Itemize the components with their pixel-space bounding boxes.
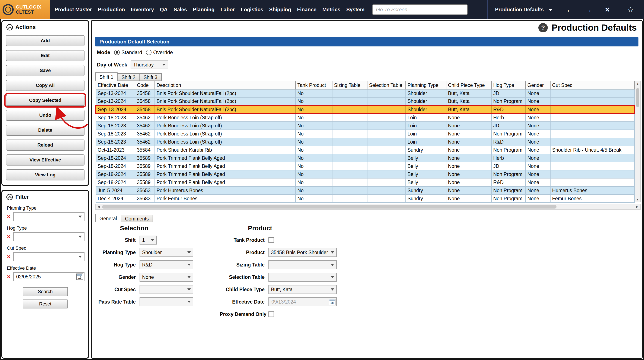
collapse-chevron-icon[interactable] [6,194,13,200]
nav-item-shipping[interactable]: Shipping [266,0,294,19]
scroll-up-icon[interactable]: ▲ [635,82,640,86]
horizontal-scrollbar[interactable]: ◀ ▶ [95,204,640,210]
go-to-screen-input[interactable] [372,4,468,15]
table-row[interactable]: Dec-4-202435683Pork Femur BonesNoSundryN… [96,194,634,202]
tab-shift-1[interactable]: Shift 1 [95,72,118,81]
calendar-icon[interactable]: 15 [328,299,336,305]
hog-type-select[interactable]: R&D [140,260,193,269]
highlighted-table-row[interactable]: Sep-13-202435458Bnls Pork Shoulder Natur… [96,105,634,114]
table-row[interactable]: Oct-11-202335584Pork Shoulder Karubi Rib… [96,146,634,154]
column-header-gender[interactable]: Gender [526,81,550,89]
search-button[interactable]: Search [22,287,68,296]
favorite-star-icon[interactable]: ☆ [617,0,644,19]
column-header-child-piece-type[interactable]: Child Piece Type [446,81,492,89]
table-row[interactable]: Sep-18-202335462Pork Boneless Loin (Stra… [96,114,634,122]
nav-item-planning[interactable]: Planning [190,0,218,19]
edit-button[interactable]: Edit [6,50,84,61]
scroll-left-icon[interactable]: ◀ [96,204,101,209]
scroll-down-icon[interactable]: ▼ [635,198,640,201]
column-header-hog-type[interactable]: Hog Type [492,81,526,89]
table-row[interactable]: Sep-18-202335462Pork Boneless Loin (Stra… [96,122,634,130]
view-effective-button[interactable]: View Effective [6,155,84,166]
vertical-scrollbar[interactable]: ▲ ▼ [634,81,640,202]
gender-label: Gender [95,274,140,280]
help-icon[interactable]: ? [538,23,548,32]
copy-all-button[interactable]: Copy All [6,80,84,91]
nav-item-product-master[interactable]: Product Master [52,0,95,19]
pass-rate-table-select[interactable] [140,297,193,306]
table-row[interactable]: Sep-13-202435458Bnls Pork Shoulder Natur… [96,97,634,105]
nav-item-qa[interactable]: QA [157,0,170,19]
column-header-effective-date[interactable]: Effective Date [96,81,135,89]
nav-item-labor[interactable]: Labor [218,0,238,19]
reload-button[interactable]: Reload [6,140,84,151]
nav-item-production[interactable]: Production [95,0,128,19]
tab-comments[interactable]: Comments [121,215,153,222]
table-row[interactable]: Sep-18-202435589Pork Trimmed Flank Belly… [96,162,634,170]
mode-option-override[interactable]: Override [146,49,173,55]
mode-option-standard[interactable]: Standard [114,49,142,55]
nav-item-inventory[interactable]: Inventory [128,0,157,19]
sizing-table-select[interactable] [268,260,337,269]
table-row[interactable]: Sep-18-202335462Pork Boneless Loin (Stra… [96,130,634,138]
tab-shift-3[interactable]: Shift 3 [139,73,162,81]
cut-spec-select[interactable] [140,285,193,294]
clear-filter-icon[interactable]: × [6,214,12,220]
column-header-code[interactable]: Code [135,81,155,89]
add-button[interactable]: Add [6,35,84,46]
clear-filter-icon[interactable]: × [6,234,12,240]
tab-shift-2[interactable]: Shift 2 [117,73,140,81]
nav-item-logistics[interactable]: Logistics [238,0,266,19]
nav-item-metrics[interactable]: Metrics [320,0,343,19]
table-row[interactable]: Sep-18-202435589Pork Trimmed Flank Belly… [96,170,634,178]
column-header-cut-spec[interactable]: Cut Spec [550,81,634,89]
column-header-sizing-table[interactable]: Sizing Table [332,81,367,89]
day-of-week-select[interactable]: Thursday [130,60,168,69]
child-piece-type-select[interactable]: Butt, Kata [268,285,337,294]
tab-general[interactable]: General [95,214,121,223]
horizontal-scroll-thumb[interactable] [102,205,556,208]
cut-spec-filter-select[interactable] [13,252,84,261]
cell [367,89,406,97]
product-select[interactable]: 35458 Bnls Pork Shoulder N [268,248,337,257]
table-row[interactable]: Sep-13-202435458Bnls Pork Shoulder Natur… [96,89,634,97]
effective-date-filter-input[interactable]: 02/05/202515 [13,272,84,281]
forward-button[interactable]: → [579,0,598,19]
screen-selector-dropdown[interactable]: Production Defaults [488,0,560,19]
calendar-icon[interactable]: 15 [76,274,83,280]
vertical-scroll-thumb[interactable] [636,88,639,107]
column-header-description[interactable]: Description [155,81,296,89]
effective-date-input[interactable]: 09/13/202415 [268,297,337,306]
nav-item-sales[interactable]: Sales [170,0,190,19]
reset-button[interactable]: Reset [22,300,68,309]
planning-type-select[interactable]: Shoulder [140,248,193,257]
table-row[interactable]: Jun-5-202435653Pork Humerus BonesNoSundr… [96,186,634,194]
brand-block[interactable]: CUTLOGIX CLTEST [0,0,50,19]
gender-select[interactable]: None [140,273,193,282]
view-log-button[interactable]: View Log [6,169,84,180]
selection-table-select[interactable] [268,273,337,282]
planning-type-filter-select[interactable] [13,212,84,221]
delete-button[interactable]: Delete [6,125,84,136]
copy-selected-button[interactable]: Copy Selected [6,95,84,106]
clear-filter-icon[interactable]: × [6,274,12,280]
clear-filter-icon[interactable]: × [6,254,12,260]
save-button[interactable]: Save [6,65,84,76]
close-button[interactable]: × [598,0,617,19]
nav-item-system[interactable]: System [343,0,368,19]
undo-button[interactable]: Undo [6,110,84,121]
column-header-selection-table[interactable]: Selection Table [367,81,406,89]
shift-select[interactable]: 1 [140,236,157,245]
hog-type-filter-select[interactable] [13,232,84,241]
column-header-tank-product[interactable]: Tank Product [296,81,332,89]
table-row[interactable]: Sep-18-202435589Pork Trimmed Flank Belly… [96,154,634,162]
column-header-planning-type[interactable]: Planning Type [406,81,446,89]
collapse-chevron-icon[interactable] [6,24,13,30]
table-row[interactable]: Sep-18-202335462Pork Boneless Loin (Stra… [96,138,634,146]
scroll-right-icon[interactable]: ▶ [634,204,640,209]
tank-product-checkbox[interactable] [268,237,274,243]
table-row[interactable]: Sep-18-202435589Pork Trimmed Flank Belly… [96,178,634,186]
nav-item-finance[interactable]: Finance [294,0,320,19]
proxy-demand-only-checkbox[interactable] [268,311,274,317]
back-button[interactable]: ← [560,0,579,19]
